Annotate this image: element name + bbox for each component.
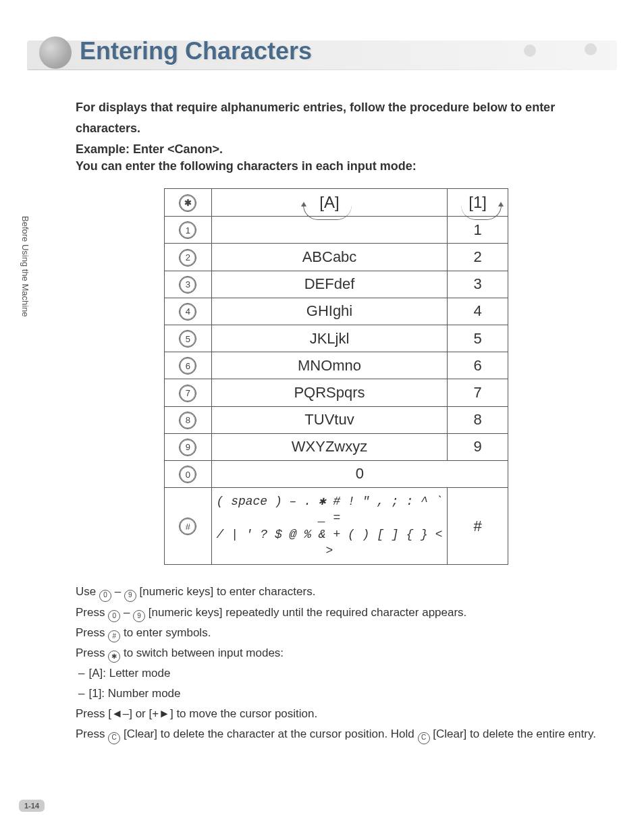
chars-cell: JKLjkl	[211, 325, 447, 352]
text: Press	[76, 606, 108, 619]
num-key-icon: 4	[179, 303, 196, 321]
intro-line2: characters.	[76, 121, 140, 135]
num-cell: 9	[448, 433, 508, 460]
num-cell: 4	[448, 298, 508, 325]
character-table: ✱ [A] [1] 1 1 2 ABCabc 2 3 DEFdef 3 4 GH…	[164, 188, 508, 565]
table-header-mode-a: [A]	[211, 189, 447, 217]
symbol-chars-cell: ( space ) – . ✱ # ! " , ; : ^ ` _ = / | …	[211, 488, 447, 565]
text: [1]: Number mode	[88, 687, 180, 700]
intro-paragraph: For displays that require alphanumeric e…	[76, 97, 597, 138]
symbol-line1: ( space ) – . ✱ # ! " , ; : ^ ` _ =	[217, 495, 443, 524]
chars-cell: MNOmno	[211, 352, 447, 379]
num-key-icon: 3	[179, 276, 196, 294]
text: –	[120, 606, 133, 619]
text: Press	[76, 646, 108, 659]
hash-key-icon: #	[108, 630, 120, 642]
chars-cell: ABCabc	[211, 244, 447, 271]
text: Press	[76, 626, 108, 639]
table-row: 4 GHIghi 4	[165, 298, 508, 325]
num-cell: 3	[448, 271, 508, 298]
num-key-icon: 6	[179, 357, 196, 375]
symbol-line2: / | ' ? $ @ % & + ( ) [ ] { } < >	[217, 528, 443, 557]
chars-cell: WXYZwxyz	[211, 433, 447, 460]
page-number: 1-14	[19, 800, 45, 812]
section-header: Entering Characters	[0, 32, 644, 81]
num-key-icon: 7	[179, 385, 196, 402]
num-key-icon: 0	[179, 466, 196, 483]
zero-key-icon: 0	[108, 610, 120, 622]
num-cell: 5	[448, 325, 508, 352]
table-row: 6 MNOmno 6	[165, 352, 508, 379]
num-key-icon: 9	[179, 439, 196, 456]
text: Press	[76, 727, 108, 740]
sidebar-section-label: Before Using the Machine	[20, 216, 30, 317]
symbol-num-cell: #	[448, 488, 508, 565]
table-header-mode-1: [1]	[448, 189, 508, 217]
num-cell: 8	[448, 406, 508, 433]
instruction-line: Press ✱ to switch between input modes:	[76, 644, 597, 663]
instruction-line: Press 0 – 9 [numeric keys] repeatedly un…	[76, 603, 597, 622]
table-row: 1 1	[165, 217, 508, 244]
chars-cell: DEFdef	[211, 271, 447, 298]
nine-key-icon: 9	[124, 590, 136, 602]
zero-key-icon: 0	[99, 590, 111, 602]
text: [A]: Letter mode	[88, 667, 170, 680]
num-cell: 2	[448, 244, 508, 271]
num-key-icon: 1	[179, 221, 196, 239]
table-row: 5 JKLjkl 5	[165, 325, 508, 352]
table-header-keycol: ✱	[165, 189, 212, 217]
table-row: 2 ABCabc 2	[165, 244, 508, 271]
nine-key-icon: 9	[133, 610, 145, 622]
text: –	[111, 585, 124, 598]
star-key-icon: ✱	[179, 194, 196, 212]
chars-cell: PQRSpqrs	[211, 379, 447, 406]
table-row: 7 PQRSpqrs 7	[165, 379, 508, 406]
text: [Clear] to delete the character at the c…	[120, 727, 417, 740]
page-title: Entering Characters	[0, 32, 644, 70]
text: [Clear] to delete the entire entry.	[430, 727, 596, 740]
table-row-zero: 0 0	[165, 460, 508, 487]
chars-cell: TUVtuv	[211, 406, 447, 433]
table-row: 3 DEFdef 3	[165, 271, 508, 298]
text: to switch between input modes:	[120, 646, 284, 659]
example-line: Example: Enter <Canon>.	[76, 142, 597, 157]
star-key-icon: ✱	[108, 651, 120, 663]
num-cell: 6	[448, 352, 508, 379]
instruction-line: Press C [Clear] to delete the character …	[76, 725, 597, 744]
clear-key-icon: C	[418, 732, 430, 744]
text: Use	[76, 585, 99, 598]
num-key-icon: 2	[179, 249, 196, 267]
clear-key-icon: C	[108, 732, 120, 744]
text: [numeric keys] to enter characters.	[136, 585, 316, 598]
table-row-symbols: # ( space ) – . ✱ # ! " , ; : ^ ` _ = / …	[165, 488, 508, 565]
instruction-line: Press # to enter symbols.	[76, 624, 597, 642]
chars-cell	[211, 217, 447, 244]
num-cell: 1	[448, 217, 508, 244]
table-row: 8 TUVtuv 8	[165, 406, 508, 433]
instruction-subline: –[A]: Letter mode	[78, 664, 597, 683]
hash-key-icon: #	[179, 518, 196, 535]
text: Press [◄–] or [+►] to move the cursor po…	[76, 707, 317, 720]
text: to enter symbols.	[120, 626, 211, 639]
num-cell: 7	[448, 379, 508, 406]
num-key-icon: 8	[179, 412, 196, 429]
zero-cell: 0	[211, 460, 508, 487]
instruction-line: Press [◄–] or [+►] to move the cursor po…	[76, 705, 597, 723]
intro-line1: For displays that require alphanumeric e…	[76, 101, 555, 114]
modes-intro: You can enter the following characters i…	[76, 159, 597, 173]
instruction-line: Use 0 – 9 [numeric keys] to enter charac…	[76, 582, 597, 601]
text: [numeric keys] repeatedly until the requ…	[145, 606, 466, 619]
num-key-icon: 5	[179, 330, 196, 348]
instruction-subline: –[1]: Number mode	[78, 684, 597, 703]
table-row: 9 WXYZwxyz 9	[165, 433, 508, 460]
instructions-block: Use 0 – 9 [numeric keys] to enter charac…	[76, 582, 597, 744]
chars-cell: GHIghi	[211, 298, 447, 325]
